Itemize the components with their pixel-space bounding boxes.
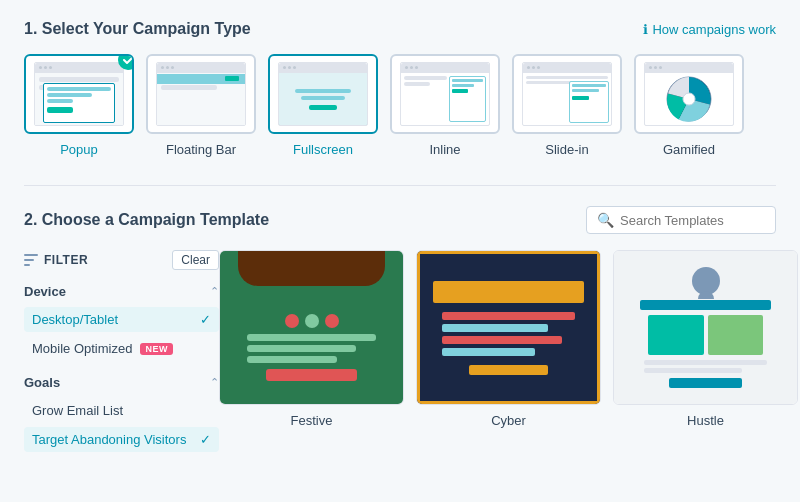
template-festive[interactable]: Festive (219, 250, 404, 466)
target-abandoning-check-icon: ✓ (200, 432, 211, 447)
cyber-thumbnail (416, 250, 601, 405)
filter-icon (24, 254, 38, 266)
inline-label: Inline (429, 142, 460, 157)
lower-layout: FILTER Clear Device ⌃ Desktop/Tablet ✓ M… (24, 250, 776, 466)
filter-section-device: Device ⌃ Desktop/Tablet ✓ Mobile Optimiz… (24, 284, 219, 361)
filter-sidebar: FILTER Clear Device ⌃ Desktop/Tablet ✓ M… (24, 250, 219, 466)
goals-chevron-icon: ⌃ (210, 376, 219, 389)
filter-option-desktop[interactable]: Desktop/Tablet ✓ (24, 307, 219, 332)
desktop-check-icon: ✓ (200, 312, 211, 327)
search-icon: 🔍 (597, 212, 614, 228)
template-cyber[interactable]: Cyber (416, 250, 601, 466)
goals-section-header[interactable]: Goals ⌃ (24, 375, 219, 390)
page-container: 1. Select Your Campaign Type ℹ How campa… (0, 0, 800, 486)
gamified-icon (634, 54, 744, 134)
festive-label: Festive (219, 413, 404, 428)
mobile-label: Mobile Optimized (32, 341, 132, 356)
mobile-label-row: Mobile Optimized NEW (32, 341, 173, 356)
hustle-label: Hustle (613, 413, 798, 428)
campaign-type-fullscreen[interactable]: Fullscreen (268, 54, 378, 157)
svg-point-1 (683, 93, 695, 105)
gamified-label: Gamified (663, 142, 715, 157)
clear-filter-button[interactable]: Clear (172, 250, 219, 270)
device-section-header[interactable]: Device ⌃ (24, 284, 219, 299)
search-box[interactable]: 🔍 (586, 206, 776, 234)
section1-header: 1. Select Your Campaign Type ℹ How campa… (24, 20, 776, 38)
section-divider (24, 185, 776, 186)
fullscreen-label: Fullscreen (293, 142, 353, 157)
slide-in-label: Slide-in (545, 142, 588, 157)
hustle-thumbnail (613, 250, 798, 405)
campaign-type-popup[interactable]: Popup (24, 54, 134, 157)
section2-title: 2. Choose a Campaign Template (24, 211, 269, 229)
campaign-type-floating-bar[interactable]: Floating Bar (146, 54, 256, 157)
section1-title: 1. Select Your Campaign Type (24, 20, 251, 38)
template-hustle[interactable]: Hustle (613, 250, 798, 466)
filter-section-goals: Goals ⌃ Grow Email List Target Abandonin… (24, 375, 219, 452)
target-abandoning-label: Target Abandoning Visitors (32, 432, 186, 447)
campaign-type-gamified[interactable]: Gamified (634, 54, 744, 157)
filter-header: FILTER Clear (24, 250, 219, 270)
fullscreen-icon (268, 54, 378, 134)
popup-label: Popup (60, 142, 98, 157)
slide-in-icon (512, 54, 622, 134)
inline-icon (390, 54, 500, 134)
filter-option-target-abandoning[interactable]: Target Abandoning Visitors ✓ (24, 427, 219, 452)
section2-header: 2. Choose a Campaign Template 🔍 (24, 206, 776, 234)
campaign-types-row: Popup Floating Bar (24, 54, 776, 157)
search-input[interactable] (620, 213, 788, 228)
goals-section-title: Goals (24, 375, 60, 390)
info-icon: ℹ (643, 22, 648, 37)
filter-option-mobile[interactable]: Mobile Optimized NEW (24, 336, 219, 361)
popup-icon (24, 54, 134, 134)
templates-grid: Festive Cyber (219, 250, 798, 466)
cyber-label: Cyber (416, 413, 601, 428)
new-badge: NEW (140, 343, 173, 355)
desktop-tablet-label: Desktop/Tablet (32, 312, 118, 327)
floating-bar-label: Floating Bar (166, 142, 236, 157)
how-campaigns-link[interactable]: ℹ How campaigns work (643, 22, 776, 37)
device-chevron-icon: ⌃ (210, 285, 219, 298)
grow-email-label: Grow Email List (32, 403, 123, 418)
filter-option-grow-email[interactable]: Grow Email List (24, 398, 219, 423)
floating-bar-icon (146, 54, 256, 134)
device-section-title: Device (24, 284, 66, 299)
filter-text: FILTER (44, 253, 88, 267)
campaign-type-slide-in[interactable]: Slide-in (512, 54, 622, 157)
filter-label-row: FILTER (24, 253, 88, 267)
festive-thumbnail (219, 250, 404, 405)
campaign-type-inline[interactable]: Inline (390, 54, 500, 157)
